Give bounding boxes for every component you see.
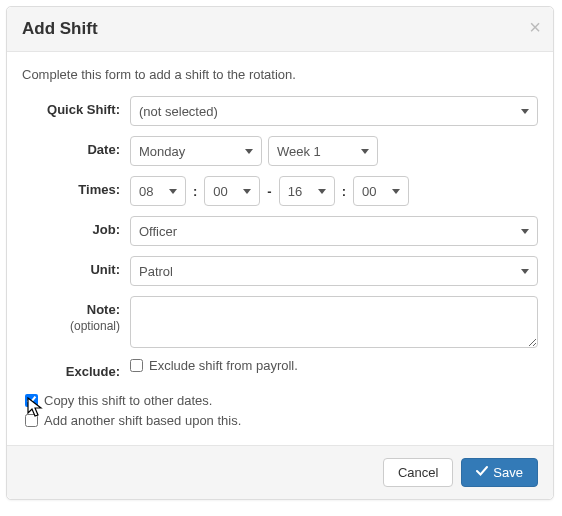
intro-text: Complete this form to add a shift to the… (22, 67, 538, 82)
cancel-button[interactable]: Cancel (383, 458, 453, 487)
time-start-min-select[interactable]: 00 (204, 176, 260, 206)
quick-shift-value: (not selected) (139, 104, 218, 119)
chevron-down-icon (361, 149, 369, 154)
quick-shift-select[interactable]: (not selected) (130, 96, 538, 126)
add-another-checkbox[interactable] (25, 414, 38, 427)
time-dash: - (266, 184, 272, 199)
time-end-min-select[interactable]: 00 (353, 176, 409, 206)
date-day-value: Monday (139, 144, 185, 159)
time-colon: : (192, 184, 198, 199)
add-another-label: Add another shift based upon this. (44, 413, 241, 428)
row-unit: Unit: Patrol (22, 256, 538, 286)
note-textarea[interactable] (130, 296, 538, 348)
time-start-hour-value: 08 (139, 184, 153, 199)
time-start-hour-select[interactable]: 08 (130, 176, 186, 206)
row-exclude: Exclude: Exclude shift from payroll. (22, 358, 538, 379)
exclude-label: Exclude shift from payroll. (149, 358, 298, 373)
label-date: Date: (22, 136, 130, 157)
modal-title: Add Shift (22, 19, 538, 39)
label-note-text: Note: (87, 302, 120, 317)
label-quick-shift: Quick Shift: (22, 96, 130, 117)
row-times: Times: 08 : 00 - 16 : 00 (22, 176, 538, 206)
row-note: Note: (optional) (22, 296, 538, 348)
row-date: Date: Monday Week 1 (22, 136, 538, 166)
close-icon[interactable]: × (529, 17, 541, 37)
chevron-down-icon (392, 189, 400, 194)
modal-body: Complete this form to add a shift to the… (7, 52, 553, 445)
label-note: Note: (optional) (22, 296, 130, 333)
chevron-down-icon (245, 149, 253, 154)
label-note-optional: (optional) (22, 319, 120, 333)
copy-dates-checkbox[interactable] (25, 394, 38, 407)
add-shift-modal: Add Shift × Complete this form to add a … (6, 6, 554, 500)
job-value: Officer (139, 224, 177, 239)
label-times: Times: (22, 176, 130, 197)
job-select[interactable]: Officer (130, 216, 538, 246)
cancel-label: Cancel (398, 465, 438, 480)
label-job: Job: (22, 216, 130, 237)
row-quick-shift: Quick Shift: (not selected) (22, 96, 538, 126)
date-week-select[interactable]: Week 1 (268, 136, 378, 166)
extra-options: Copy this shift to other dates. Add anot… (25, 393, 538, 428)
label-unit: Unit: (22, 256, 130, 277)
label-exclude: Exclude: (22, 358, 130, 379)
chevron-down-icon (243, 189, 251, 194)
unit-select[interactable]: Patrol (130, 256, 538, 286)
save-button[interactable]: Save (461, 458, 538, 487)
time-end-min-value: 00 (362, 184, 376, 199)
time-start-min-value: 00 (213, 184, 227, 199)
chevron-down-icon (521, 109, 529, 114)
exclude-checkbox[interactable] (130, 359, 143, 372)
copy-dates-label: Copy this shift to other dates. (44, 393, 212, 408)
time-end-hour-value: 16 (288, 184, 302, 199)
chevron-down-icon (521, 269, 529, 274)
date-day-select[interactable]: Monday (130, 136, 262, 166)
modal-header: Add Shift × (7, 7, 553, 52)
row-job: Job: Officer (22, 216, 538, 246)
chevron-down-icon (169, 189, 177, 194)
modal-footer: Cancel Save (7, 445, 553, 499)
check-icon (476, 465, 488, 480)
unit-value: Patrol (139, 264, 173, 279)
time-end-hour-select[interactable]: 16 (279, 176, 335, 206)
date-week-value: Week 1 (277, 144, 321, 159)
save-label: Save (493, 465, 523, 480)
time-colon: : (341, 184, 347, 199)
chevron-down-icon (521, 229, 529, 234)
chevron-down-icon (318, 189, 326, 194)
